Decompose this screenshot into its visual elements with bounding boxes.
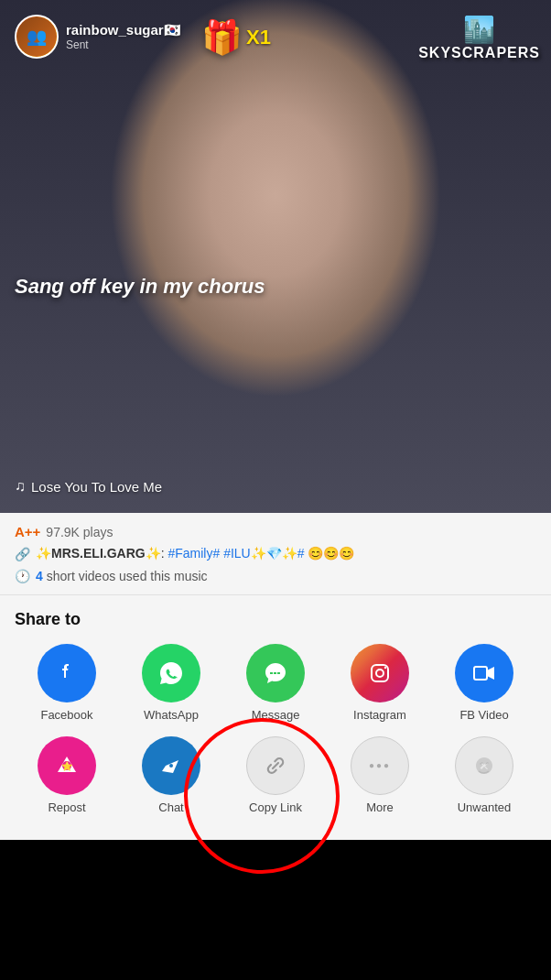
instagram-label: Instagram	[353, 708, 406, 722]
grade-badge: A++	[15, 524, 40, 539]
music-icon: ♫	[15, 478, 26, 495]
copy-link-icon	[246, 736, 305, 795]
caption-text: ✨MRS.ELI.GARG✨: #Family# #ILU✨💎✨# 😊😊😊	[36, 545, 354, 563]
fbvideo-label: FB Video	[459, 708, 508, 722]
facebook-label: Facebook	[40, 708, 92, 722]
share-chat[interactable]: Chat	[142, 736, 200, 814]
share-more[interactable]: ●●● More	[351, 736, 409, 814]
fbvideo-icon	[455, 644, 513, 702]
svg-rect-3	[474, 667, 487, 680]
chat-label: Chat	[158, 800, 183, 814]
share-facebook[interactable]: Facebook	[38, 644, 96, 722]
unwanted-label: Unwanted	[458, 800, 512, 814]
info-panel: A++ 97.9K plays 🔗 ✨MRS.ELI.GARG✨: #Famil…	[0, 513, 551, 595]
videos-row: 🕐 4 short videos used this music	[15, 569, 536, 583]
share-unwanted[interactable]: Unwanted	[455, 736, 513, 814]
username: rainbow_sugar🇰🇷	[66, 22, 181, 38]
plays-count: 97.9K plays	[46, 525, 113, 539]
share-sheet: Share to Facebook WhatsApp	[0, 595, 551, 840]
message-label: Message	[252, 708, 300, 722]
sent-label: Sent	[66, 38, 181, 51]
more-label: More	[366, 800, 394, 814]
clock-icon: 🕐	[15, 569, 30, 583]
videos-text: 4 short videos used this music	[36, 569, 208, 583]
share-whatsapp[interactable]: WhatsApp	[142, 644, 200, 722]
music-name: Lose You To Love Me	[31, 479, 162, 495]
repost-label: Repost	[48, 800, 85, 814]
plays-row: A++ 97.9K plays	[15, 524, 536, 539]
instagram-icon	[351, 644, 409, 702]
logo-text: SKYSCRAPERS	[418, 45, 540, 61]
share-title: Share to	[15, 610, 536, 629]
x1-badge: X1	[246, 26, 271, 49]
unwanted-icon	[455, 736, 513, 795]
video-area: 👥 rainbow_sugar🇰🇷 Sent 🎁 X1 🏙️ SKYSCRAPE…	[0, 0, 551, 513]
share-copylink[interactable]: Copy Link	[246, 736, 305, 814]
share-instagram[interactable]: Instagram	[351, 644, 409, 722]
copy-link-label: Copy Link	[249, 800, 302, 814]
share-fbvideo[interactable]: FB Video	[455, 644, 513, 722]
svg-point-1	[376, 670, 384, 677]
more-icon: ●●●	[351, 736, 409, 795]
share-row-2: ⭐ Repost Chat Copy Link	[15, 736, 536, 814]
music-info: ♫ Lose You To Love Me	[15, 478, 162, 495]
logo-area: 🏙️ SKYSCRAPERS	[418, 15, 540, 61]
message-icon	[246, 644, 305, 702]
song-lyric: Sang off key in my chorus	[15, 275, 265, 298]
svg-point-2	[384, 666, 386, 668]
song-overlay: Sang off key in my chorus	[15, 275, 265, 299]
caption-row: 🔗 ✨MRS.ELI.GARG✨: #Family# #ILU✨💎✨# 😊😊😊	[15, 545, 536, 563]
videos-count: 4	[36, 569, 43, 583]
facebook-icon	[38, 644, 96, 702]
share-message[interactable]: Message	[246, 644, 305, 722]
logo-icon: 🏙️	[418, 15, 540, 45]
chat-icon	[142, 736, 200, 795]
svg-text:⭐: ⭐	[61, 760, 73, 772]
repost-icon: ⭐	[38, 736, 96, 795]
avatar: 👥	[15, 15, 59, 59]
user-info[interactable]: 👥 rainbow_sugar🇰🇷 Sent	[15, 15, 181, 59]
link-icon: 🔗	[15, 547, 30, 561]
share-row-1: Facebook WhatsApp Message	[15, 644, 536, 722]
gift-icon: 🎁	[201, 18, 243, 57]
share-repost[interactable]: ⭐ Repost	[38, 736, 96, 814]
svg-point-7	[169, 764, 173, 768]
gift-area: 🎁 X1	[201, 18, 271, 57]
whatsapp-label: WhatsApp	[144, 708, 199, 722]
whatsapp-icon	[142, 644, 200, 702]
